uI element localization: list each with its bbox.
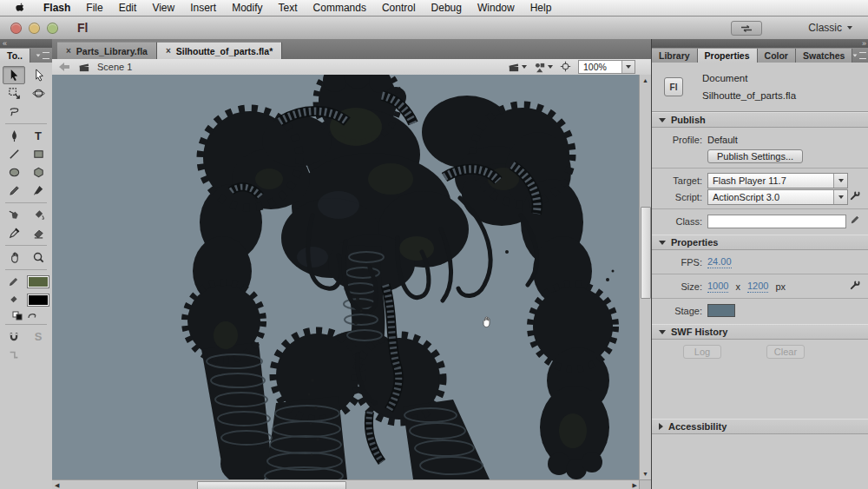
scroll-right-arrow[interactable]: ▶: [633, 480, 637, 489]
swf-log-button[interactable]: Log: [683, 345, 721, 359]
paint-bucket-tool-button[interactable]: [28, 207, 49, 223]
size-label: Size:: [652, 281, 702, 292]
vertical-scrollbar[interactable]: ▲ ▼: [639, 75, 651, 479]
rotation-3d-tool-button[interactable]: [28, 85, 49, 102]
apple-menu[interactable]: [0, 2, 36, 14]
line-tool-button[interactable]: [3, 146, 24, 162]
document-tab-silhoutte-of-parts[interactable]: × Silhoutte_of_parts.fla*: [157, 42, 282, 59]
fill-color-icon: [3, 292, 23, 308]
fps-value[interactable]: 24.00: [707, 256, 732, 268]
menu-insert[interactable]: Insert: [182, 0, 224, 16]
snap-to-objects-option-button[interactable]: [3, 328, 24, 345]
menu-commands[interactable]: Commands: [306, 0, 374, 16]
menu-window[interactable]: Window: [470, 0, 523, 16]
section-header-publish[interactable]: Publish: [652, 112, 868, 128]
script-dropdown[interactable]: ActionScript 3.0: [707, 189, 848, 205]
scroll-up-arrow[interactable]: ▲: [642, 76, 648, 85]
menu-edit[interactable]: Edit: [111, 0, 145, 16]
tools-panel-tab[interactable]: To..: [0, 49, 30, 63]
oval-tool-button[interactable]: [3, 164, 24, 181]
scroll-down-arrow[interactable]: ▼: [642, 469, 648, 479]
back-button[interactable]: [59, 63, 69, 71]
lasso-tool-button[interactable]: [3, 103, 24, 120]
straighten-option-button[interactable]: [3, 347, 24, 363]
stage-width-value[interactable]: 1000: [707, 281, 728, 293]
tab-library[interactable]: Library: [652, 49, 698, 63]
section-header-properties[interactable]: Properties: [652, 235, 868, 250]
menu-control[interactable]: Control: [374, 0, 424, 16]
zoom-tool-button[interactable]: [28, 249, 49, 266]
text-tool-button[interactable]: T: [28, 128, 49, 144]
smooth-option-button[interactable]: S: [28, 328, 49, 345]
menu-flash[interactable]: Flash: [36, 0, 78, 16]
stage-height-value[interactable]: 1200: [747, 281, 768, 293]
subselection-arrow-icon: [33, 69, 46, 82]
polystar-tool-button[interactable]: [28, 164, 49, 181]
hand-tool-button[interactable]: [3, 249, 24, 266]
edit-scene-button[interactable]: [508, 62, 527, 72]
horizontal-scroll-thumb[interactable]: [197, 481, 346, 489]
section-header-swf-history[interactable]: SWF History: [652, 324, 868, 340]
zoom-dropdown-button[interactable]: [621, 61, 635, 73]
rectangle-tool-button[interactable]: [28, 146, 49, 162]
panel-menu-icon[interactable]: [36, 52, 49, 59]
section-header-accessibility[interactable]: Accessibility: [652, 419, 868, 434]
pencil-tool-button[interactable]: [3, 182, 24, 199]
vertical-scroll-thumb[interactable]: [641, 207, 651, 299]
center-frame-button[interactable]: [560, 61, 571, 74]
tools-collapse-strip[interactable]: «: [0, 39, 52, 48]
robot-silhouette-artwork: [52, 75, 640, 479]
menu-view[interactable]: View: [144, 0, 182, 16]
free-transform-tool-button[interactable]: [3, 85, 24, 102]
size-unit-label: px: [775, 281, 786, 292]
stroke-color-swatch[interactable]: [27, 275, 49, 288]
window-title-bar[interactable]: Fl Classic: [0, 17, 868, 40]
zoom-level-select[interactable]: 100%: [578, 60, 635, 74]
edit-symbols-button[interactable]: [534, 62, 553, 73]
scroll-left-arrow[interactable]: ◀: [55, 480, 59, 489]
subselection-tool-button[interactable]: [29, 67, 49, 83]
close-window-button[interactable]: [10, 23, 22, 34]
panels-collapse-strip[interactable]: »: [652, 39, 868, 48]
swf-clear-button[interactable]: Clear: [766, 345, 805, 359]
eraser-icon: [32, 227, 45, 240]
eraser-tool-button[interactable]: [28, 225, 49, 241]
stage-canvas[interactable]: [52, 75, 640, 479]
horizontal-scrollbar[interactable]: ◀ ▶: [52, 479, 640, 489]
publish-settings-button[interactable]: Publish Settings...: [707, 149, 803, 163]
cs-live-button[interactable]: [731, 21, 762, 36]
eyedropper-tool-button[interactable]: [3, 225, 24, 241]
selection-tool-button[interactable]: [3, 66, 25, 84]
scene-label[interactable]: Scene 1: [97, 62, 132, 72]
pen-tool-button[interactable]: [3, 128, 24, 144]
menu-file[interactable]: File: [78, 0, 110, 16]
tab-color[interactable]: Color: [758, 49, 796, 63]
fill-color-swatch[interactable]: [27, 294, 49, 307]
minimize-window-button[interactable]: [29, 23, 40, 34]
close-icon[interactable]: ×: [66, 46, 71, 56]
zoom-window-button[interactable]: [47, 23, 58, 34]
tab-swatches[interactable]: Swatches: [796, 49, 852, 63]
menu-text[interactable]: Text: [271, 0, 306, 16]
document-tab-parts-library[interactable]: × Parts_Library.fla: [57, 42, 157, 59]
menu-debug[interactable]: Debug: [424, 0, 470, 16]
brush-tool-button[interactable]: [28, 182, 49, 199]
wrench-icon: [849, 280, 860, 291]
panel-tab-strip: Library Properties Color Swatches: [652, 48, 868, 63]
class-input[interactable]: [707, 215, 846, 228]
menu-modify[interactable]: Modify: [224, 0, 270, 16]
tab-properties[interactable]: Properties: [698, 49, 758, 63]
workspace-switcher[interactable]: Classic: [808, 20, 852, 36]
hand-cursor: [479, 314, 493, 333]
target-dropdown[interactable]: Flash Player 11.7: [707, 173, 848, 188]
publish-rows: Profile: Default Publish Settings... Tar…: [652, 128, 868, 235]
edit-class-button[interactable]: [850, 215, 860, 227]
size-settings-button[interactable]: [849, 280, 860, 293]
close-icon[interactable]: ×: [166, 46, 171, 56]
menu-help[interactable]: Help: [523, 0, 560, 16]
panel-menu-icon[interactable]: [852, 52, 866, 59]
stage-color-swatch[interactable]: [707, 304, 735, 317]
script-settings-button[interactable]: [849, 190, 860, 203]
color-default-swap-icons[interactable]: [11, 311, 41, 320]
ink-bottle-tool-button[interactable]: [3, 207, 24, 223]
